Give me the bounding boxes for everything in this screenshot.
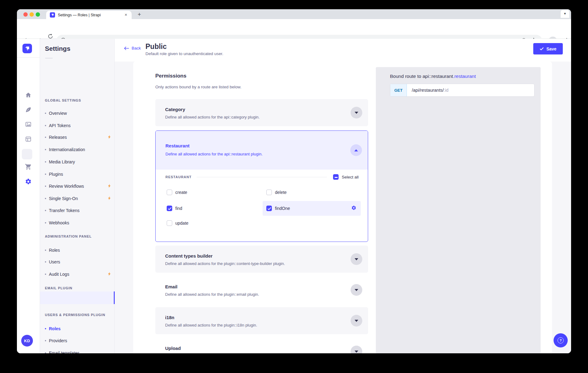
checkbox-unchecked[interactable] — [167, 190, 172, 195]
sidebar-item-admin-roles[interactable]: Roles — [45, 247, 115, 253]
sidebar-item-releases[interactable]: Releases — [45, 134, 115, 140]
sidebar-item-users[interactable]: Users — [45, 259, 115, 265]
user-avatar[interactable]: KD — [21, 335, 33, 347]
accordion-restaurant-header[interactable]: Restaurant Define all allowed actions fo… — [156, 131, 368, 170]
settings-active-highlight — [22, 149, 32, 159]
chevron-down-icon[interactable] — [351, 346, 362, 353]
zoom-window-button[interactable] — [36, 12, 40, 17]
sidebar-item-email-templates[interactable]: Email templates — [45, 350, 115, 353]
content-manager-icon[interactable] — [24, 105, 33, 114]
sidebar-item-api-tokens[interactable]: API Tokens — [45, 122, 115, 129]
bullet-icon — [45, 161, 46, 162]
browser-tab[interactable]: Settings — Roles | Strapi ✕ — [46, 11, 132, 19]
section-administration-panel: ADMINISTRATION PANEL — [45, 235, 92, 238]
route-field[interactable]: GET /api/restaurants/:id — [390, 84, 534, 97]
accordion-upload[interactable]: Upload — [155, 338, 368, 353]
lightning-icon — [108, 272, 111, 277]
bullet-icon — [45, 340, 46, 341]
permission-delete[interactable]: delete — [263, 186, 361, 199]
browser-window: Settings — Roles | Strapi ✕ + ▾ ← → loca… — [17, 9, 571, 353]
chevron-down-icon[interactable] — [351, 284, 362, 296]
help-button[interactable]: ? — [554, 333, 568, 347]
checkbox-unchecked[interactable] — [167, 220, 172, 226]
sidebar-item-media-library[interactable]: Media Library — [45, 159, 115, 165]
browser-toolbar: ← → localhost:1337/admin/settings/users-… — [17, 19, 571, 39]
close-window-button[interactable] — [23, 12, 28, 17]
sidebar-item-single-sign-on[interactable]: Single Sign-On — [45, 195, 115, 202]
save-button[interactable]: Save — [533, 43, 563, 54]
rail-divider — [17, 57, 40, 58]
chevron-down-icon[interactable] — [351, 253, 362, 265]
section-email-plugin: EMAIL PLUGIN — [45, 286, 72, 290]
checkbox-checked[interactable] — [266, 206, 272, 211]
bullet-icon — [45, 274, 46, 275]
bullet-icon — [45, 137, 46, 138]
bullet-icon — [45, 210, 46, 211]
tab-search-icon[interactable]: ▾ — [561, 10, 569, 18]
sidebar-item-providers[interactable]: Providers — [45, 338, 115, 344]
tab-close-icon[interactable]: ✕ — [123, 12, 129, 18]
bullet-icon — [45, 261, 46, 263]
permissions-subtitle: Only actions bound by a route are listed… — [155, 85, 241, 89]
bullet-icon — [45, 222, 46, 223]
back-arrow-icon — [124, 46, 129, 50]
select-all-checkbox[interactable] — [333, 174, 339, 180]
permission-findone[interactable]: findOne — [263, 201, 361, 216]
page-body: Permissions Only actions bound by a rout… — [115, 62, 571, 353]
accordion-i18n[interactable]: i18n Define all allowed actions for the … — [155, 307, 368, 334]
media-library-icon[interactable] — [24, 120, 33, 129]
permissions-card: Permissions Only actions bound by a rout… — [133, 62, 552, 353]
chevron-down-icon[interactable] — [351, 107, 362, 118]
group-divider — [197, 177, 327, 177]
tab-title: Settings — Roles | Strapi — [58, 13, 123, 17]
chevron-up-icon[interactable] — [350, 144, 362, 156]
bullet-icon — [45, 352, 46, 353]
sidebar-item-internationalization[interactable]: Internationalization — [45, 146, 115, 153]
bullet-icon — [45, 149, 46, 150]
chevron-down-icon[interactable] — [351, 315, 362, 327]
check-icon — [540, 47, 544, 50]
bound-route-title: Bound route to api::restaurant.restauran… — [390, 74, 476, 79]
permission-find[interactable]: find — [163, 202, 261, 215]
settings-gear-icon[interactable] — [24, 177, 33, 186]
question-icon: ? — [558, 337, 564, 343]
sidebar-item-review-workflows[interactable]: Review Workflows — [45, 183, 115, 189]
permission-create[interactable]: create — [163, 186, 261, 199]
minimize-window-button[interactable] — [30, 12, 34, 17]
checkbox-unchecked[interactable] — [266, 190, 272, 195]
lightning-icon — [108, 196, 111, 201]
page-header: Back Public Default role given to unauth… — [115, 39, 571, 62]
accordion-content-types-builder[interactable]: Content types builder Define all allowed… — [155, 246, 368, 273]
strapi-favicon-icon — [50, 12, 55, 18]
new-tab-button[interactable]: + — [135, 11, 143, 18]
content-type-builder-icon[interactable] — [24, 134, 33, 144]
sidebar-item-audit-logs[interactable]: Audit Logs — [45, 271, 115, 277]
accordion-email[interactable]: Email Define all allowed actions for the… — [155, 276, 368, 303]
settings-cog-icon[interactable] — [351, 205, 356, 211]
strapi-logo[interactable] — [22, 44, 32, 53]
home-icon[interactable] — [24, 90, 33, 100]
route-path[interactable]: /api/restaurants/:id — [407, 84, 448, 96]
marketplace-cart-icon[interactable] — [24, 162, 33, 171]
app-icon-rail: KD — [17, 39, 40, 353]
sidebar-item-overview[interactable]: Overview — [45, 110, 115, 116]
sidebar-item-plugins[interactable]: Plugins — [45, 171, 115, 177]
accordion-category[interactable]: Category Define all allowed actions for … — [155, 99, 368, 126]
page-subtitle: Default role given to unauthenticated us… — [145, 51, 223, 56]
checkbox-checked[interactable] — [167, 206, 172, 211]
http-method-badge: GET — [390, 84, 407, 96]
accordion-restaurant: Restaurant Define all allowed actions fo… — [155, 130, 368, 242]
sidebar-item-transfer-tokens[interactable]: Transfer Tokens — [45, 207, 115, 214]
back-link[interactable]: Back — [124, 46, 141, 50]
sidebar-item-up-roles[interactable]: Roles — [45, 326, 115, 332]
sidebar-item-webhooks[interactable]: Webhooks — [45, 220, 115, 226]
lightning-icon — [108, 135, 111, 140]
active-item-highlight — [40, 291, 115, 304]
permission-update[interactable]: update — [163, 216, 261, 230]
bullet-icon — [45, 250, 46, 251]
lightning-icon — [108, 184, 111, 189]
bullet-icon — [45, 125, 46, 126]
sidebar-rule — [45, 58, 53, 58]
settings-sidebar-title: Settings — [45, 45, 70, 52]
bullet-icon — [45, 186, 46, 187]
